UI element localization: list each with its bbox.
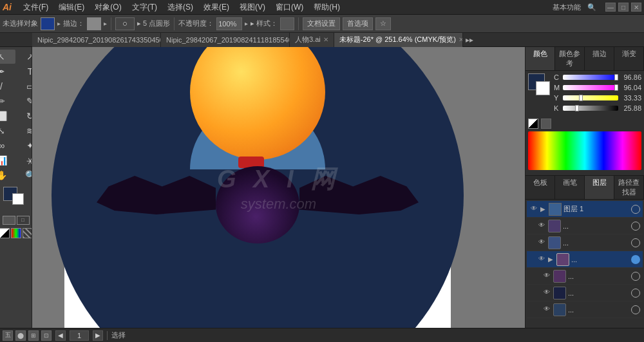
tab-gradient[interactable]: 渐变 xyxy=(614,47,644,70)
direct-select-tool[interactable]: ↗ xyxy=(16,50,32,64)
layer-eye-2[interactable]: 👁 xyxy=(537,238,546,247)
layer-item-5[interactable]: 👁 ... xyxy=(527,285,643,301)
tab-close-3[interactable]: ✕ xyxy=(459,36,463,43)
next-page-button[interactable]: ▶ xyxy=(93,330,103,341)
close-button[interactable]: ✕ xyxy=(631,3,641,12)
bw-swatch[interactable] xyxy=(528,119,538,129)
menu-edit[interactable]: 编辑(E) xyxy=(53,1,90,14)
zoom-tool[interactable]: 🔍 xyxy=(16,168,32,182)
text-tool[interactable]: T xyxy=(16,64,32,79)
menu-effect[interactable]: 效果(E) xyxy=(198,1,234,14)
layer-target-4[interactable] xyxy=(631,272,640,281)
tab-1[interactable]: Nipic_29842067_20190824111818554000.ai ✕ xyxy=(161,33,290,47)
tab-pathfinder[interactable]: 路径查找器 xyxy=(614,176,644,199)
doc-settings-button[interactable]: 文档设置 xyxy=(303,17,340,30)
layer-item-3[interactable]: 👁 ▶ ... xyxy=(527,251,643,268)
layer-item-1[interactable]: 👁 ... xyxy=(527,218,643,234)
layer-item-4[interactable]: 👁 ... xyxy=(527,268,643,285)
eraser-tool[interactable]: ⬜ xyxy=(0,109,15,123)
menu-text[interactable]: 文字(T) xyxy=(127,1,162,14)
tab-3[interactable]: 未标题-26* @ 251.64% (CMYK/预览) ✕ xyxy=(334,33,463,47)
tab-close-2[interactable]: ✕ xyxy=(323,36,328,43)
layer-target-5[interactable] xyxy=(631,289,640,298)
background-color[interactable] xyxy=(12,193,24,205)
graph-tool[interactable]: 📊 xyxy=(0,153,15,167)
default-colors-icon[interactable] xyxy=(0,228,10,238)
layer-target-2[interactable] xyxy=(631,238,640,247)
tab-0[interactable]: Nipic_29842067_20190826174335045000.ai ✕ xyxy=(32,33,161,47)
menu-view[interactable]: 视图(V) xyxy=(234,1,270,14)
pen-tool[interactable]: ✒ xyxy=(0,64,15,79)
menu-help[interactable]: 帮助(H) xyxy=(308,1,345,14)
prev-page-button[interactable]: ◀ xyxy=(55,330,66,341)
layer-expand-3[interactable]: ▶ xyxy=(548,256,553,263)
m-slider-thumb[interactable] xyxy=(614,84,618,91)
extra-button[interactable]: ☆ xyxy=(375,17,391,30)
tab-brushes[interactable]: 画笔 xyxy=(555,176,585,199)
minimize-button[interactable]: — xyxy=(605,3,616,12)
menu-file[interactable]: 文件(F) xyxy=(18,1,53,14)
k-slider-thumb[interactable] xyxy=(575,105,579,111)
maximize-button[interactable]: □ xyxy=(618,3,629,12)
normal-mode-icon[interactable] xyxy=(3,216,15,225)
line-tool[interactable]: / xyxy=(0,79,15,93)
layer-item-2[interactable]: 👁 ... xyxy=(527,234,643,251)
tab-2[interactable]: 人物3.ai ✕ xyxy=(290,33,334,47)
layer-target-3[interactable] xyxy=(631,255,640,264)
fill-color-box[interactable] xyxy=(41,17,55,30)
page-number-input[interactable] xyxy=(70,330,89,341)
symbol-tool[interactable]: ✦ xyxy=(16,138,32,153)
gradient-icon[interactable] xyxy=(11,228,21,238)
menu-window[interactable]: 窗口(W) xyxy=(270,1,308,14)
layer-eye-5[interactable]: 👁 xyxy=(542,289,551,298)
artboard-icon-3[interactable]: ⊞ xyxy=(28,330,39,341)
k-slider-track[interactable] xyxy=(563,106,618,111)
opacity-input[interactable] xyxy=(216,17,242,30)
layer-eye-1[interactable]: 👁 xyxy=(537,222,546,231)
screen-mode-icon[interactable]: □ xyxy=(17,216,30,225)
stroke-color-box[interactable] xyxy=(87,17,101,30)
layer-eye-3[interactable]: 👁 xyxy=(537,255,546,264)
m-slider-track[interactable] xyxy=(563,85,618,90)
tab-layers[interactable]: 图层 xyxy=(585,176,614,199)
canvas-area[interactable]: G X I 网 system.com xyxy=(32,47,525,328)
menu-object[interactable]: 对象(O) xyxy=(90,1,126,14)
tab-swatches[interactable]: 色板 xyxy=(526,176,555,199)
tab-stroke[interactable]: 描边 xyxy=(585,47,614,70)
layer-eye-0[interactable]: 👁 xyxy=(529,205,538,214)
stroke-swatch[interactable] xyxy=(536,81,550,95)
scale-tool[interactable]: ⤡ xyxy=(0,124,15,138)
pencil-tool[interactable]: ✎ xyxy=(16,94,32,108)
artboard-icon-4[interactable]: ⊡ xyxy=(41,330,52,341)
layer-expand-0[interactable]: ▶ xyxy=(540,205,545,213)
shape-tool[interactable]: ▭ xyxy=(16,79,32,93)
slice-tool[interactable]: ⚹ xyxy=(16,153,32,167)
none-icon[interactable] xyxy=(23,228,33,238)
layer-item-0[interactable]: 👁 ▶ 图层 1 xyxy=(527,201,643,218)
menu-select[interactable]: 选择(S) xyxy=(162,1,198,14)
preferences-button[interactable]: 首选项 xyxy=(343,17,373,30)
warp-tool[interactable]: ≋ xyxy=(16,124,32,138)
layer-target-1[interactable] xyxy=(631,222,640,231)
gray-swatch[interactable] xyxy=(541,119,551,129)
brush-tool[interactable]: ✏ xyxy=(0,94,15,108)
tab-color-guide[interactable]: 颜色参考 xyxy=(555,47,585,70)
hand-tool[interactable]: ✋ xyxy=(0,168,15,182)
rotate-tool[interactable]: ↻ xyxy=(16,109,32,123)
layer-eye-4[interactable]: 👁 xyxy=(542,272,551,281)
artboard-icon-1[interactable]: 五 xyxy=(3,330,13,341)
c-slider-track[interactable] xyxy=(563,75,618,80)
y-slider-track[interactable] xyxy=(563,95,618,100)
tabs-overflow-icon[interactable]: ▸▸ xyxy=(463,35,476,44)
c-slider-thumb[interactable] xyxy=(614,74,618,81)
search-icon[interactable]: 🔍 xyxy=(587,3,596,12)
artboard-icon-2[interactable]: ⬤ xyxy=(15,330,26,341)
layer-target-6[interactable] xyxy=(631,305,640,314)
layer-target-0[interactable] xyxy=(631,205,640,214)
blend-tool[interactable]: ∞ xyxy=(0,138,15,153)
layer-eye-6[interactable]: 👁 xyxy=(542,305,551,314)
layer-item-6[interactable]: 👁 ... xyxy=(527,301,643,318)
tab-color[interactable]: 颜色 xyxy=(526,47,555,70)
color-spectrum-bar[interactable] xyxy=(528,131,641,170)
select-tool[interactable]: ↖ xyxy=(0,50,15,64)
